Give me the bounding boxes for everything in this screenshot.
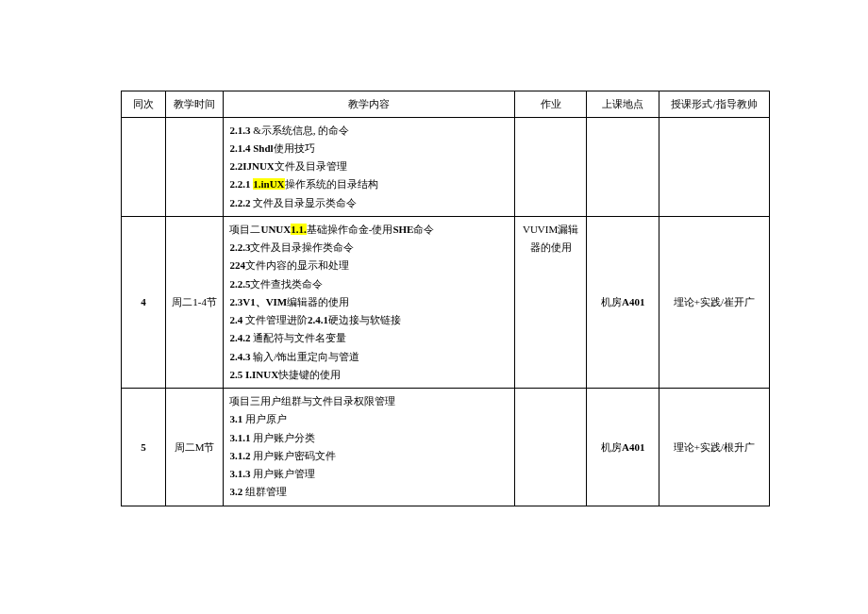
cell-content: 2.1.3 &示系统信息, 的命令2.1.4 Shdl使用技巧2.2IJNUX文… (224, 117, 514, 216)
content-line: 2.2.1 1.inUX操作系统的目录结构 (229, 175, 508, 193)
schedule-table-wrapper: 同次 教学时间 教学内容 作业 上课地点 授课形式/指导教帅 2.1.3 &示系… (121, 91, 770, 506)
content-line: 2.1.3 &示系统信息, 的命令 (229, 122, 508, 140)
cell-loc (587, 117, 659, 216)
header-loc: 上课地点 (587, 91, 659, 118)
table-row: 4周二1-4节项目二UNUX1.1.基础操作命金-使用SHE命令2.2.3文件及… (122, 216, 770, 388)
cell-loc: 机房A401 (587, 389, 659, 506)
cell-time: 周二M节 (165, 389, 224, 506)
content-line: 2.2IJNUX文件及目录管理 (229, 158, 508, 175)
table-row: 5周二M节项目三用户组群与文件目录权限管理3.1 用户原户3.1.1 用户账户分… (122, 389, 770, 506)
content-line: 2.5 I.INUX快捷键的使用 (229, 366, 508, 384)
content-line: 3.1.1 用户账户分类 (229, 429, 508, 447)
header-hw: 作业 (514, 91, 587, 118)
content-line: 2.1.4 Shdl使用技巧 (229, 140, 508, 158)
cell-hw (514, 389, 587, 506)
content-line: 2.4 文件管理进阶2.4.1硬边接与软链接 (229, 311, 508, 329)
cell-time (165, 117, 224, 216)
cell-form: 埋论+实践/崔开广 (659, 216, 769, 388)
cell-form: 理论+实践/根升广 (659, 389, 769, 506)
content-line: 2.2.2 文件及目录显示类命令 (229, 194, 508, 212)
content-line: 3.1 用户原户 (229, 410, 508, 428)
content-line: 项目三用户组群与文件目录权限管理 (229, 392, 508, 410)
cell-time: 周二1-4节 (165, 216, 224, 388)
content-line: 2.2.3文件及目录操作类命令 (229, 239, 508, 257)
content-line: 224文件内容的显示和处理 (229, 257, 508, 274)
cell-hw: VUVIM漏辑器的使用 (514, 216, 587, 388)
content-line: 3.2 组群管理 (229, 483, 508, 501)
content-line: 项目二UNUX1.1.基础操作命金-使用SHE命令 (229, 221, 508, 239)
cell-idx: 5 (122, 389, 166, 506)
table-row: 2.1.3 &示系统信息, 的命令2.1.4 Shdl使用技巧2.2IJNUX文… (122, 117, 770, 216)
content-line: 2.4.2 通配符与文件名变量 (229, 329, 508, 347)
cell-idx: 4 (122, 216, 166, 388)
cell-form (659, 117, 769, 216)
cell-hw (514, 117, 587, 216)
content-line: 2.2.5文件查找类命令 (229, 275, 508, 293)
cell-idx (122, 117, 166, 216)
content-line: 3.1.3 用户账户管理 (229, 465, 508, 483)
content-line: 3.1.2 用户账户密码文件 (229, 447, 508, 465)
cell-loc: 机房A401 (587, 216, 659, 388)
table-header-row: 同次 教学时间 教学内容 作业 上课地点 授课形式/指导教帅 (122, 91, 770, 118)
header-time: 教学时间 (165, 91, 224, 118)
content-line: 2.3V1、VIM编辑器的使用 (229, 293, 508, 311)
cell-content: 项目二UNUX1.1.基础操作命金-使用SHE命令2.2.3文件及目录操作类命令… (224, 216, 514, 388)
header-idx: 同次 (122, 91, 166, 118)
cell-content: 项目三用户组群与文件目录权限管理3.1 用户原户3.1.1 用户账户分类3.1.… (224, 389, 514, 506)
header-form: 授课形式/指导教帅 (659, 91, 769, 118)
content-line: 2.4.3 输入/饰出重定向与管道 (229, 348, 508, 366)
header-content: 教学内容 (224, 91, 514, 118)
schedule-table: 同次 教学时间 教学内容 作业 上课地点 授课形式/指导教帅 2.1.3 &示系… (121, 91, 770, 506)
